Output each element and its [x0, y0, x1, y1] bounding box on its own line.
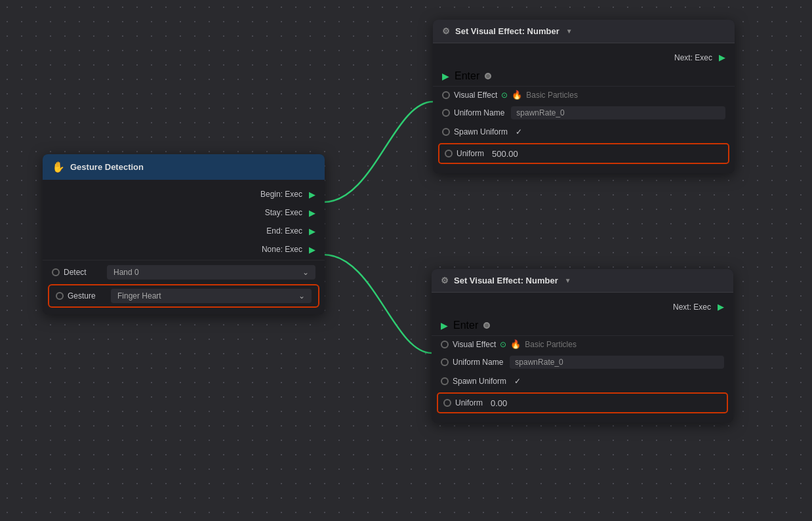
vfx1-ve-label: Visual Effect: [454, 91, 497, 100]
gesture-dropdown[interactable]: Finger Heart ⌄: [111, 289, 312, 303]
detect-dropdown[interactable]: Hand 0 ⌄: [107, 265, 315, 280]
vfx-node-2: ⚙ Set Visual Effect: Number ▼ Next: Exec…: [432, 269, 733, 423]
none-exec-arrow: ▶: [309, 245, 315, 255]
end-exec-row: End: Exec ▶: [43, 222, 325, 240]
hand-icon: ✋: [52, 161, 65, 173]
vfx2-su-port: [441, 377, 449, 385]
vfx2-flame-icon: 🔥: [510, 339, 521, 349]
end-exec-arrow: ▶: [309, 226, 315, 236]
vfx1-spawn-uniform-row: Spawn Uniform ✓: [433, 123, 735, 141]
vfx1-su-label: Spawn Uniform: [454, 127, 508, 136]
vfx2-un-value[interactable]: spawnRate_0: [510, 356, 724, 369]
vfx-node-1: ⚙ Set Visual Effect: Number ▼ Next: Exec…: [433, 20, 735, 173]
vfx2-location-icon: ⊙: [500, 340, 506, 349]
vfx1-next-exec-row: Next: Exec ▶: [433, 49, 735, 66]
gear-icon-2: ⚙: [441, 276, 449, 285]
gesture-port: [56, 292, 64, 300]
vfx1-visual-effect-row: Visual Effect ⊙ 🔥 Basic Particles: [433, 87, 735, 103]
detect-port: [52, 268, 60, 276]
detect-chevron: ⌄: [302, 268, 309, 277]
gesture-label: Gesture: [68, 291, 107, 301]
vfx1-su-port: [442, 128, 450, 136]
vfx2-uniform-name-row: Uniform Name spawnRate_0: [432, 352, 733, 372]
begin-exec-arrow: ▶: [309, 190, 315, 199]
vfx2-u-value: 0.00: [491, 398, 507, 408]
vfx1-u-value: 500.00: [492, 149, 518, 159]
vfx2-next-exec-row: Next: Exec ▶: [432, 298, 733, 316]
vfx1-u-label: Uniform: [457, 149, 484, 158]
vfx2-next-exec-arrow: ▶: [718, 302, 724, 312]
vfx2-uniform-row: Uniform 0.00: [438, 394, 727, 412]
gesture-node-title: Gesture Detection: [70, 162, 144, 172]
vfx2-enter-row: ▶ Enter: [432, 316, 733, 336]
vfx1-un-value[interactable]: spawnRate_0: [511, 106, 725, 119]
gesture-node-body: Begin: Exec ▶ Stay: Exec ▶ End: Exec ▶ N…: [43, 180, 325, 314]
vfx1-un-label: Uniform Name: [454, 108, 504, 117]
vfx2-u-port: [443, 399, 451, 407]
detect-value: Hand 0: [113, 268, 139, 277]
gear-icon-1: ⚙: [442, 26, 450, 36]
vfx2-un-port: [441, 358, 449, 366]
vfx2-su-label: Spawn Uniform: [453, 377, 506, 386]
vfx1-enter-row: ▶ Enter: [433, 66, 735, 87]
begin-exec-label: Begin: Exec: [260, 190, 302, 199]
vfx-node-1-header: ⚙ Set Visual Effect: Number ▼: [433, 20, 735, 43]
vfx-node-1-title: Set Visual Effect: Number: [455, 26, 559, 36]
vfx2-su-checkmark: ✓: [514, 377, 521, 386]
begin-exec-row: Begin: Exec ▶: [43, 185, 325, 203]
vfx1-uniform-highlighted: Uniform 500.00: [438, 143, 729, 164]
stay-exec-row: Stay: Exec ▶: [43, 203, 325, 222]
vfx-node-1-dropdown-arrow: ▼: [566, 28, 573, 35]
vfx2-un-label: Uniform Name: [453, 358, 503, 367]
vfx-node-1-body: Next: Exec ▶ ▶ Enter Visual Effect ⊙ 🔥 B…: [433, 43, 735, 173]
gesture-detection-node: ✋ Gesture Detection Begin: Exec ▶ Stay: …: [43, 154, 325, 314]
vfx2-ve-value: Basic Particles: [525, 340, 577, 349]
gesture-chevron: ⌄: [298, 291, 305, 301]
vfx1-ve-port: [442, 91, 450, 99]
vfx1-uniform-name-row: Uniform Name spawnRate_0: [433, 103, 735, 123]
vfx2-ve-port: [441, 341, 449, 348]
vfx1-next-exec-arrow: ▶: [719, 52, 725, 62]
gesture-highlighted-container: Gesture Finger Heart ⌄: [48, 284, 319, 308]
vfx2-u-label: Uniform: [455, 398, 483, 407]
vfx1-ve-value: Basic Particles: [526, 91, 578, 100]
vfx2-ve-label: Visual Effect: [453, 340, 496, 349]
vfx2-visual-effect-row: Visual Effect ⊙ 🔥 Basic Particles: [432, 336, 733, 352]
vfx1-flame-icon: 🔥: [512, 90, 522, 100]
vfx2-spawn-uniform-row: Spawn Uniform ✓: [432, 372, 733, 390]
vfx2-next-exec-label: Next: Exec: [673, 302, 711, 312]
vfx2-play-arrow: ▶: [441, 320, 448, 331]
gesture-row: Gesture Finger Heart ⌄: [49, 285, 318, 306]
detect-row: Detect Hand 0 ⌄: [43, 262, 325, 283]
gesture-value: Finger Heart: [117, 291, 161, 301]
gesture-node-header: ✋ Gesture Detection: [43, 154, 325, 180]
vfx1-play-arrow: ▶: [442, 71, 449, 81]
vfx-node-2-body: Next: Exec ▶ ▶ Enter Visual Effect ⊙ 🔥 B…: [432, 293, 733, 423]
none-exec-label: None: Exec: [262, 245, 302, 254]
vfx1-enter-dot: [485, 73, 491, 79]
vfx1-su-checkmark: ✓: [516, 127, 522, 136]
vfx1-uniform-row: Uniform 500.00: [439, 144, 728, 163]
detect-label: Detect: [64, 268, 103, 277]
vfx-node-2-dropdown-arrow: ▼: [565, 277, 571, 284]
vfx-node-2-title: Set Visual Effect: Number: [454, 276, 558, 285]
vfx-node-2-header: ⚙ Set Visual Effect: Number ▼: [432, 269, 733, 293]
vfx1-u-port: [445, 150, 453, 157]
stay-exec-arrow: ▶: [309, 208, 315, 218]
none-exec-row: None: Exec ▶: [43, 240, 325, 259]
vfx1-next-exec-label: Next: Exec: [674, 53, 712, 62]
vfx2-enter-dot: [483, 322, 490, 329]
end-exec-label: End: Exec: [266, 226, 302, 236]
vfx2-enter-label: Enter: [453, 320, 478, 331]
stay-exec-label: Stay: Exec: [265, 208, 302, 217]
vfx1-un-port: [442, 109, 450, 117]
vfx2-uniform-highlighted: Uniform 0.00: [437, 392, 728, 413]
vfx1-location-icon: ⊙: [501, 91, 508, 100]
vfx1-enter-label: Enter: [455, 70, 479, 82]
